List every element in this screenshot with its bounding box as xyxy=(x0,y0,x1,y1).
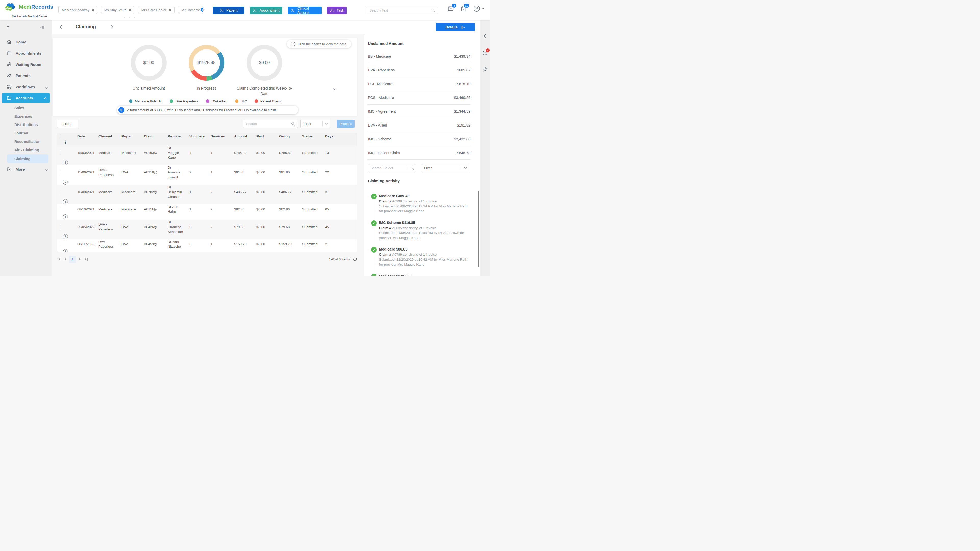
activity-item[interactable]: IMC Scheme $116.85 Claim # A0035 consist… xyxy=(368,220,476,241)
search-icon[interactable] xyxy=(431,8,435,13)
messages-button[interactable]: 8 xyxy=(447,5,454,12)
pin-button[interactable] xyxy=(482,66,488,73)
user-menu[interactable] xyxy=(473,5,484,12)
table-row[interactable]: 16/08/2021 Medicare Medicare A0782@ Dr B… xyxy=(57,185,357,204)
column-header-status[interactable]: Status xyxy=(296,135,319,138)
sidebar-subitem[interactable]: Air - Claiming xyxy=(0,146,52,154)
row-checkbox[interactable] xyxy=(61,225,61,229)
legend-item[interactable]: Patient Claim xyxy=(255,99,281,103)
sidebar-item-waiting-room[interactable]: Waiting Room xyxy=(0,59,52,70)
row-checkbox[interactable] xyxy=(61,190,61,194)
back-button[interactable] xyxy=(58,24,64,30)
column-header-paid[interactable]: Paid xyxy=(251,135,273,138)
quick-action-button[interactable]: Clinical Actions xyxy=(288,6,321,14)
column-header-vouchers[interactable]: Vouchers xyxy=(183,135,205,138)
column-settings-kebab-icon[interactable] xyxy=(63,141,68,144)
table-row[interactable]: 18/03/2021 Medicare Medicare A0163@ Dr M… xyxy=(57,145,357,165)
patient-tab[interactable]: Mr Mark Addaway xyxy=(59,6,97,14)
row-info-icon[interactable] xyxy=(63,234,68,239)
donut-chart[interactable]: $1928.48 xyxy=(189,45,224,81)
sidebar-subitem[interactable]: Journal xyxy=(0,129,52,137)
unclaimed-amount-row[interactable]: IMC - Agreement $1,344.59 xyxy=(368,105,470,118)
close-icon[interactable] xyxy=(92,8,94,12)
column-header-claim[interactable]: Claim xyxy=(138,135,162,138)
sidebar-subitem[interactable]: Reconciliation xyxy=(0,137,52,146)
table-row[interactable]: 08/10/2021 Medicare Medicare A0111@ Dr A… xyxy=(57,204,357,220)
global-search-input[interactable] xyxy=(369,8,431,13)
activity-scrollbar[interactable] xyxy=(478,191,479,267)
legend-item[interactable]: IMC xyxy=(235,99,247,103)
export-button[interactable]: Export xyxy=(57,120,78,128)
activity-item[interactable]: Medicare $459.40 Claim # A0399 consistin… xyxy=(368,193,476,214)
sidebar-subitem[interactable]: Sales xyxy=(0,103,52,112)
table-filter-dropdown[interactable]: Filter xyxy=(301,120,331,128)
process-button[interactable]: Process xyxy=(337,120,355,128)
close-icon[interactable] xyxy=(129,8,131,12)
sidebar-item-appointments[interactable]: Appointments xyxy=(0,48,52,59)
forward-button[interactable] xyxy=(109,24,115,30)
table-search-input[interactable] xyxy=(245,122,291,126)
row-checkbox[interactable] xyxy=(61,207,61,211)
column-header-payor[interactable]: Payor xyxy=(116,135,138,138)
sidebar-item-workflows[interactable]: Workflows xyxy=(0,81,52,92)
panel-search-input[interactable] xyxy=(368,166,408,170)
table-row[interactable]: 15/06/2021 DVA - Paperless DVA A0216@ Dr… xyxy=(57,165,357,185)
details-button[interactable]: Details xyxy=(436,23,475,31)
row-info-icon[interactable] xyxy=(63,160,68,165)
search-icon[interactable] xyxy=(410,166,414,170)
previous-page-button[interactable] xyxy=(64,257,67,261)
quick-action-button[interactable]: Task xyxy=(327,6,347,14)
quick-action-button[interactable]: Patient xyxy=(213,6,244,14)
sidebar-subitem[interactable]: Expenses xyxy=(0,112,52,121)
unclaimed-amount-row[interactable]: PCS - Medicare $3,460.25 xyxy=(368,91,470,105)
column-header-owing[interactable]: Owing xyxy=(273,135,296,138)
donut-chart[interactable]: $0.00 xyxy=(247,45,282,81)
next-page-button[interactable] xyxy=(78,257,82,261)
panel-filter-dropdown[interactable]: Filter xyxy=(421,164,469,172)
table-row[interactable]: 25/05/2022 DVA - Paperless DVA A0426@ Dr… xyxy=(57,220,357,239)
appointments-notifications-button[interactable]: 10 xyxy=(460,5,467,12)
column-header-channel[interactable]: Channel xyxy=(92,135,116,138)
row-checkbox[interactable] xyxy=(61,242,61,246)
unclaimed-amount-row[interactable]: DVA - Allied $191.82 xyxy=(368,118,470,132)
page-number-button[interactable]: 1 xyxy=(69,256,76,263)
pin-sidebar-icon[interactable] xyxy=(6,25,11,30)
column-header-days[interactable]: Days xyxy=(319,135,357,138)
expand-panel-button[interactable] xyxy=(482,33,488,40)
row-info-icon[interactable] xyxy=(63,179,68,185)
unclaimed-amount-row[interactable]: PCI - Medicare $815.10 xyxy=(368,77,470,91)
row-info-icon[interactable] xyxy=(63,214,68,219)
close-icon[interactable] xyxy=(169,8,171,12)
refresh-icon[interactable] xyxy=(353,257,357,262)
unclaimed-amount-row[interactable]: BB - Medicare $1,439.34 xyxy=(368,49,470,63)
sidebar-item-patients[interactable]: Patients xyxy=(0,70,52,81)
unclaimed-amount-row[interactable]: IMC - Patient Claim $848.78 xyxy=(368,146,470,160)
last-page-button[interactable] xyxy=(84,257,88,262)
column-header-date[interactable]: Date xyxy=(72,135,92,138)
unclaimed-amount-row[interactable]: IMC - Scheme $2,432.68 xyxy=(368,132,470,146)
row-info-icon[interactable] xyxy=(63,249,68,252)
sidebar-item-more[interactable]: More xyxy=(0,164,52,174)
patient-tab[interactable]: Mrs Sara Parker xyxy=(138,6,175,14)
row-checkbox[interactable] xyxy=(61,170,61,175)
activity-item[interactable]: Medicare $86.85 Claim # A0789 consisting… xyxy=(368,247,476,267)
legend-item[interactable]: Medicare Bulk Bill xyxy=(129,99,162,103)
patient-tab[interactable]: Mr Cameron 8 xyxy=(178,6,203,14)
column-header-services[interactable]: Services xyxy=(205,135,228,138)
select-all-checkbox[interactable] xyxy=(61,134,61,138)
search-icon[interactable] xyxy=(291,122,295,126)
column-header-provider[interactable]: Provider xyxy=(162,135,183,138)
sidebar-subitem[interactable]: Distributions xyxy=(0,121,52,129)
patient-tab[interactable]: Ms Amy Smith xyxy=(101,6,135,14)
legend-item[interactable]: DVA Allied xyxy=(206,99,228,103)
sidebar-subitem[interactable]: Claiming xyxy=(7,154,48,163)
legend-item[interactable]: DVA Paperless xyxy=(170,99,198,103)
row-info-icon[interactable] xyxy=(63,199,68,204)
sidebar-item-accounts[interactable]: Accounts xyxy=(2,93,50,103)
activity-item[interactable]: Medicare $1,263.67 Claim # xyxy=(368,273,476,276)
app-logo[interactable]: MediRecords xyxy=(4,3,62,11)
table-row[interactable]: 08/11/2022 DVA - Paperless DVA A0459@ Dr… xyxy=(57,239,357,252)
first-page-button[interactable] xyxy=(57,257,61,262)
completed-period-chevron-icon[interactable] xyxy=(333,87,336,90)
unclaimed-amount-row[interactable]: DVA - Paperless $685.87 xyxy=(368,63,470,77)
